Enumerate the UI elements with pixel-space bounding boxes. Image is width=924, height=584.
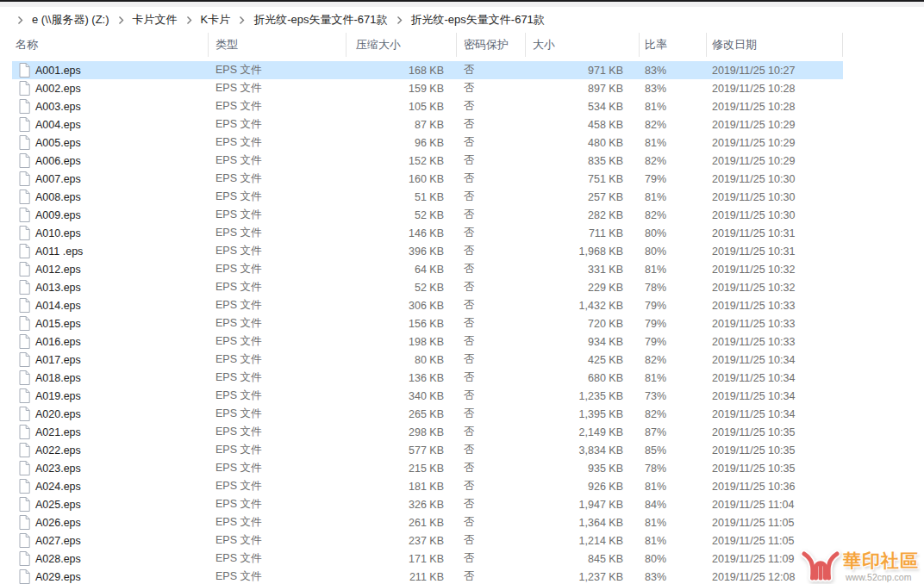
file-size: 751 KB [526, 173, 640, 185]
file-ratio: 82% [640, 155, 707, 167]
file-type: EPS 文件 [209, 135, 346, 150]
file-name-cell: A011 .eps [12, 244, 209, 258]
file-modified: 2019/11/25 10:33 [707, 318, 843, 330]
file-modified: 2019/11/25 10:27 [707, 65, 843, 77]
file-name-cell: A025.eps [12, 497, 209, 512]
file-row[interactable]: A025.epsEPS 文件326 KB否1,947 KB84%2019/11/… [12, 495, 843, 513]
file-row[interactable]: A007.epsEPS 文件160 KB否751 KB79%2019/11/25… [12, 170, 843, 188]
file-name: A009.eps [35, 209, 81, 221]
file-type: EPS 文件 [209, 334, 346, 349]
file-name: A023.eps [35, 463, 81, 475]
file-compressed: 87 KB [346, 119, 457, 131]
breadcrumb-item[interactable]: 折光纹-eps矢量文件-671款 [409, 12, 546, 28]
file-row[interactable]: A011 .epsEPS 文件396 KB否1,968 KB80%2019/11… [12, 242, 843, 260]
file-row[interactable]: A002.epsEPS 文件159 KB否897 KB83%2019/11/25… [12, 79, 843, 97]
column-header-ratio[interactable]: 比率 [640, 33, 707, 57]
file-name-cell: A019.eps [12, 388, 209, 403]
file-row[interactable]: A014.epsEPS 文件306 KB否1,432 KB79%2019/11/… [12, 296, 843, 314]
column-header-name[interactable]: 名称 [12, 33, 209, 57]
file-row[interactable]: A010.epsEPS 文件146 KB否711 KB80%2019/11/25… [12, 224, 843, 242]
file-row[interactable]: A019.epsEPS 文件340 KB否1,235 KB73%2019/11/… [12, 387, 843, 405]
file-row[interactable]: A006.epsEPS 文件152 KB否835 KB82%2019/11/25… [12, 152, 843, 170]
file-compressed: 396 KB [346, 245, 457, 258]
column-header-compressed[interactable]: 压缩大小 [346, 33, 457, 57]
column-header-size[interactable]: 大小 [526, 33, 640, 57]
file-password: 否 [457, 208, 526, 222]
file-icon [19, 117, 30, 132]
breadcrumb-item[interactable]: K卡片 [199, 12, 233, 28]
file-modified: 2019/11/25 10:33 [707, 300, 843, 312]
column-header-type[interactable]: 类型 [209, 33, 346, 57]
file-row[interactable]: A027.epsEPS 文件237 KB否1,214 KB81%2019/11/… [12, 531, 843, 550]
file-icon [19, 407, 30, 421]
file-icon [19, 135, 30, 150]
file-name-cell: A020.eps [12, 407, 209, 421]
file-type: EPS 文件 [209, 280, 346, 295]
column-header-modified[interactable]: 修改日期 [707, 33, 843, 57]
file-name-cell: A007.eps [12, 171, 209, 186]
file-size: 680 KB [526, 372, 640, 384]
file-icon [19, 153, 30, 168]
file-name: A014.eps [35, 300, 81, 312]
file-size: 845 KB [526, 553, 640, 565]
file-row[interactable]: A023.epsEPS 文件215 KB否935 KB78%2019/11/25… [12, 459, 843, 477]
file-row[interactable]: A018.epsEPS 文件136 KB否680 KB81%2019/11/25… [12, 369, 843, 387]
breadcrumb-item[interactable]: 折光纹-eps矢量文件-671款 [252, 12, 389, 28]
file-icon [19, 171, 30, 186]
file-compressed: 577 KB [346, 444, 457, 457]
file-row[interactable]: A001.epsEPS 文件168 KB否971 KB83%2019/11/25… [12, 61, 843, 79]
file-ratio: 82% [640, 354, 707, 366]
file-row[interactable]: A009.epsEPS 文件52 KB否282 KB82%2019/11/25 … [12, 206, 843, 224]
file-row[interactable]: A024.epsEPS 文件181 KB否926 KB81%2019/11/25… [12, 477, 843, 495]
file-name: A010.eps [35, 227, 81, 239]
file-size: 331 KB [526, 264, 640, 276]
file-ratio: 82% [640, 408, 707, 420]
file-name-cell: A024.eps [12, 479, 209, 494]
file-compressed: 146 KB [346, 227, 457, 239]
file-row[interactable]: A022.epsEPS 文件577 KB否3,834 KB85%2019/11/… [12, 441, 843, 459]
file-row[interactable]: A021.epsEPS 文件298 KB否2,149 KB87%2019/11/… [12, 423, 843, 441]
file-icon [19, 244, 30, 258]
file-row[interactable]: A008.epsEPS 文件51 KB否257 KB81%2019/11/25 … [12, 188, 843, 206]
file-name-cell: A026.eps [12, 515, 209, 530]
file-ratio: 80% [640, 227, 707, 239]
file-row[interactable]: A003.epsEPS 文件105 KB否534 KB81%2019/11/25… [12, 97, 843, 115]
file-password: 否 [457, 334, 526, 349]
file-type: EPS 文件 [209, 171, 346, 186]
file-name-cell: A028.eps [12, 551, 209, 566]
file-type: EPS 文件 [209, 262, 346, 276]
file-row[interactable]: A013.epsEPS 文件52 KB否229 KB78%2019/11/25 … [12, 278, 843, 296]
file-row[interactable]: A005.epsEPS 文件96 KB否480 KB81%2019/11/25 … [12, 134, 843, 152]
breadcrumb-chevron-icon [186, 16, 192, 25]
file-size: 458 KB [526, 119, 640, 131]
file-ratio: 80% [640, 245, 707, 258]
file-row[interactable]: A004.epsEPS 文件87 KB否458 KB82%2019/11/25 … [12, 115, 843, 134]
breadcrumb-item[interactable]: e (\\服务器) (Z:) [30, 12, 111, 28]
file-icon [19, 63, 30, 78]
file-type: EPS 文件 [209, 533, 346, 548]
column-header-password[interactable]: 密码保护 [457, 33, 526, 57]
file-modified: 2019/11/25 10:29 [707, 119, 843, 131]
file-row[interactable]: A029.epsEPS 文件211 KB否1,237 KB83%2019/11/… [12, 568, 843, 584]
file-name-cell: A004.eps [12, 117, 209, 132]
file-row[interactable]: A017.epsEPS 文件80 KB否425 KB82%2019/11/25 … [12, 351, 843, 369]
file-compressed: 105 KB [346, 101, 457, 113]
breadcrumb-item[interactable]: 卡片文件 [131, 12, 179, 28]
file-row[interactable]: A020.epsEPS 文件265 KB否1,395 KB82%2019/11/… [12, 405, 843, 423]
file-password: 否 [457, 425, 526, 439]
file-name-cell: A029.eps [12, 569, 209, 584]
file-name: A005.eps [35, 137, 81, 149]
file-name-cell: A021.eps [12, 425, 209, 439]
file-row[interactable]: A016.epsEPS 文件198 KB否934 KB79%2019/11/25… [12, 332, 843, 351]
file-modified: 2019/11/25 10:34 [707, 408, 843, 420]
file-name-cell: A027.eps [12, 533, 209, 548]
file-row[interactable]: A012.epsEPS 文件64 KB否331 KB81%2019/11/25 … [12, 260, 843, 278]
file-compressed: 265 KB [346, 408, 457, 420]
file-password: 否 [457, 388, 526, 403]
file-type: EPS 文件 [209, 153, 346, 168]
file-row[interactable]: A015.epsEPS 文件156 KB否720 KB79%2019/11/25… [12, 314, 843, 332]
file-name-cell: A003.eps [12, 99, 209, 114]
file-row[interactable]: A026.epsEPS 文件261 KB否1,364 KB81%2019/11/… [12, 513, 843, 531]
file-row[interactable]: A028.epsEPS 文件171 KB否845 KB80%2019/11/25… [12, 550, 843, 568]
file-list: A001.epsEPS 文件168 KB否971 KB83%2019/11/25… [12, 61, 843, 584]
